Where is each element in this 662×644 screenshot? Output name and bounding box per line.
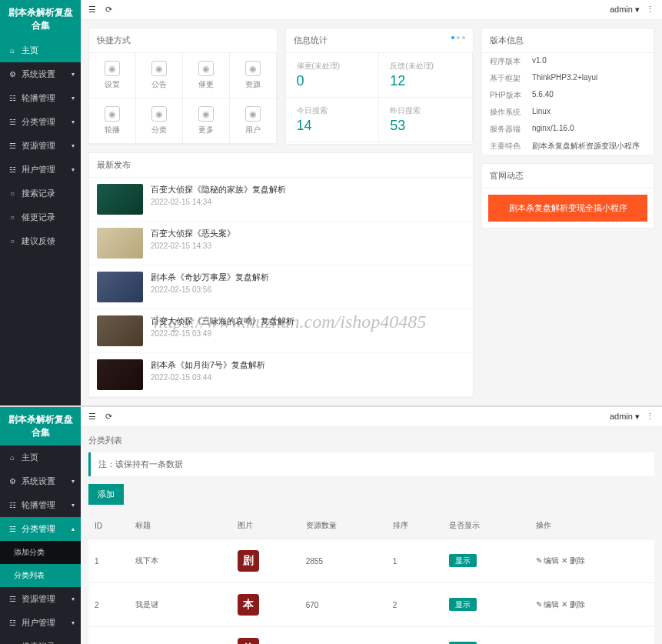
info-row: 操作系统Linux [482,104,654,121]
quick-icon: ◉ [198,61,214,76]
version-title: 版本信息 [482,28,654,53]
add-button[interactable]: 添加 [88,484,124,505]
quick-item-更多[interactable]: ◉更多 [183,98,230,144]
edit-link[interactable]: ✎ 编辑 [536,600,560,609]
quick-item-资源[interactable]: ◉资源 [230,53,277,98]
news-item[interactable]: 百变大侦探《隐秘的家族》复盘解析2022-02-15 14:34 [89,178,473,222]
nav-item-添加分类[interactable]: 添加分类 [0,541,81,564]
quick-icon: ◉ [151,61,167,76]
quick-title: 快捷方式 [89,28,277,53]
info-key: 程序版本 [490,56,532,67]
quick-item-用户[interactable]: ◉用户 [230,98,277,144]
quick-item-催更[interactable]: ◉催更 [183,53,230,98]
nav-label: 分类列表 [14,570,45,581]
edit-link[interactable]: ✎ 编辑 [536,556,560,565]
more-icon[interactable]: ⋮ [646,5,654,15]
quick-label: 用户 [245,125,261,135]
chevron-icon: ▾ [72,118,75,125]
nav-item-用户管理[interactable]: ☳用户管理▾ [0,611,81,635]
nav-item-系统设置[interactable]: ⚙系统设置▾ [0,62,81,86]
topbar-2: ☰ ⟳ admin ▾ ⋮ [81,407,662,427]
nav-item-资源管理[interactable]: ☲资源管理▾ [0,587,81,611]
user-menu[interactable]: admin ▾ [610,5,640,15]
nav-label: 催更记录 [22,212,55,223]
nav-item-资源管理[interactable]: ☲资源管理▾ [0,134,81,158]
nav-item-用户管理[interactable]: ☳用户管理▾ [0,158,81,182]
visible-badge[interactable]: 显示 [449,598,477,611]
quick-label: 资源 [245,79,261,90]
chevron-icon: ▾ [72,95,75,102]
news-thumbnail [97,359,143,390]
info-val: Linux [532,107,551,118]
quick-item-公告[interactable]: ◉公告 [136,53,183,98]
news-item-title: 百变大侦探《隐秘的家族》复盘解析 [151,184,286,195]
quick-label: 轮播 [105,125,120,135]
quick-item-轮播[interactable]: ◉轮播 [89,98,136,144]
nav-icon: ☱ [8,525,17,534]
nav-item-搜索记录[interactable]: ○搜索记录 [0,635,81,644]
menu-toggle-icon[interactable]: ☰ [88,412,96,422]
nav-label: 添加分类 [14,547,45,558]
info-key: 基于框架 [490,73,532,84]
official-button[interactable]: 剧本杀复盘解析变现全搞小程序 [488,195,647,222]
chevron-icon: ▾ [72,619,75,626]
nav-item-分类管理[interactable]: ☱分类管理▾ [0,110,81,134]
quick-item-设置[interactable]: ◉设置 [89,53,136,98]
news-item-time: 2022-02-15 03:44 [151,373,265,382]
cell-image: 剧 [231,539,300,583]
nav-item-搜索记录[interactable]: ○搜索记录 [0,182,81,205]
nav-item-分类管理[interactable]: ☱分类管理▴ [0,517,81,541]
category-icon: 本 [238,594,259,616]
nav-item-催更记录[interactable]: ○催更记录 [0,205,81,229]
nav-label: 轮播管理 [22,499,55,511]
stat-value: 14 [297,118,368,134]
nav-label: 分类管理 [22,116,55,128]
nav-item-主页[interactable]: ⌂主页 [0,38,81,62]
stat-label: 昨日搜索 [390,105,461,116]
cell-visible: 显示 [443,583,530,627]
news-item[interactable]: 百变大侦探《恶头案》2022-02-15 14:33 [89,222,473,265]
table-header: 排序 [387,512,443,539]
quick-icon: ◉ [245,61,261,76]
news-item[interactable]: 剧本杀《奇妙万事屋》复盘解析2022-02-15 03:56 [89,265,473,309]
refresh-icon[interactable]: ⟳ [105,5,112,15]
nav-label: 轮播管理 [22,92,55,104]
quick-item-分类[interactable]: ◉分类 [136,98,183,144]
delete-link[interactable]: ✕ 删除 [561,600,585,609]
quick-label: 公告 [151,79,167,90]
info-row: 程序版本v1.0 [482,53,654,70]
nav-label: 主页 [22,45,38,56]
stat-cell: 反馈(未处理)12 [379,53,473,98]
category-icon: 剧 [238,550,259,572]
info-val: nginx/1.16.0 [532,124,574,135]
category-icon: 杀 [238,638,259,644]
delete-link[interactable]: ✕ 删除 [561,556,585,565]
more-icon[interactable]: ⋮ [646,412,654,422]
nav-item-建议反馈[interactable]: ○建议反馈 [0,229,81,253]
stat-label: 催更(未处理) [297,61,368,72]
nav-item-分类列表[interactable]: 分类列表 [0,564,81,587]
cell-title: 百变大侦探 [129,627,231,645]
user-menu[interactable]: admin ▾ [610,412,640,422]
topbar: ☰ ⟳ admin ▾ ⋮ [81,0,662,20]
table-header: 图片 [231,512,300,539]
nav-item-轮播管理[interactable]: ☷轮播管理▾ [0,493,81,517]
table-row: 1线下本剧28551显示✎ 编辑 ✕ 删除 [88,539,654,583]
nav-item-主页[interactable]: ⌂主页 [0,445,81,469]
quick-label: 更多 [198,125,214,135]
news-item[interactable]: 剧本杀《如月街7号》复盘解析2022-02-15 03:44 [89,353,473,397]
nav-item-系统设置[interactable]: ⚙系统设置▾ [0,469,81,493]
stat-cell: 今日搜索14 [286,98,380,142]
refresh-icon[interactable]: ⟳ [105,412,112,422]
quick-icon: ◉ [245,106,261,122]
table-header: ID [88,512,129,539]
nav-label: 建议反馈 [22,235,55,247]
cell-sort: 2 [387,583,443,627]
cell-title: 线下本 [129,539,231,583]
info-key: 主要特色 [490,141,532,152]
visible-badge[interactable]: 显示 [449,554,477,567]
chevron-icon: ▴ [72,526,75,532]
nav-icon: ⚙ [8,477,17,486]
nav-item-轮播管理[interactable]: ☷轮播管理▾ [0,86,81,110]
menu-toggle-icon[interactable]: ☰ [88,5,96,15]
